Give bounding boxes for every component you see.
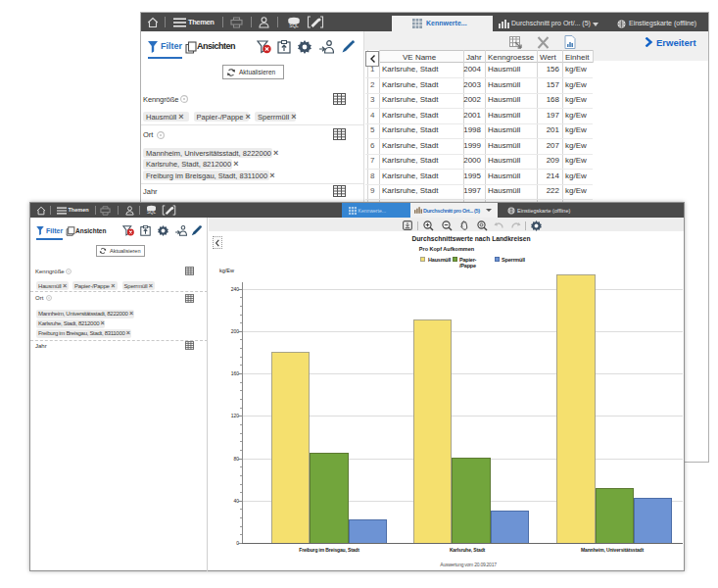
svg-text:SQL: SQL [147, 210, 156, 215]
svg-text:SQL: SQL [289, 24, 299, 28]
